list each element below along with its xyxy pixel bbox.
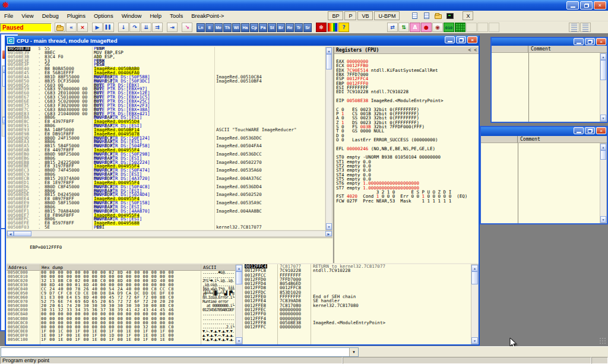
minimize-button[interactable] (574, 127, 584, 134)
help-button[interactable]: ? (338, 23, 349, 32)
stack-row[interactable]: 0012FFD80012FFC8 (243, 286, 471, 290)
stack-row[interactable]: 0012FFC47C817077RETURN to kernel32.7C817… (243, 264, 471, 268)
window-list-button-1[interactable] (569, 23, 580, 32)
stack-row[interactable]: 0012FFCCFFFFFFFF (243, 273, 471, 277)
toolbar-letter-sr[interactable]: Sr (303, 23, 312, 32)
open-folder-button[interactable] (433, 12, 444, 20)
restore-button[interactable] (585, 38, 595, 45)
register-line[interactable]: EBP 0012FFF0 (334, 76, 479, 80)
step-over-button[interactable]: ↷ (129, 23, 140, 32)
combobox-dropdown-button[interactable]: ▼ (349, 348, 358, 356)
scrollbar[interactable]: ▲▼ (600, 53, 607, 122)
disasm-row[interactable]: 00508EFE.E8 8597F8FFCALL ImageRed.004956… (7, 221, 325, 226)
command-input[interactable] (1, 348, 349, 356)
go-to-button[interactable]: ↘ (182, 23, 192, 32)
register-line[interactable]: EDI 7C910228 ntdll.7C910228 (334, 84, 479, 88)
bp-button[interactable]: BP (328, 11, 343, 20)
scroll-down-icon[interactable]: ▼ (326, 223, 332, 230)
left-column-header[interactable] (492, 46, 528, 52)
register-line[interactable]: ST4 empty 0.0 (334, 167, 479, 172)
grid-button[interactable] (455, 23, 466, 32)
register-line[interactable]: ST5 empty 0.0 (334, 172, 479, 176)
scroll-down-icon[interactable]: ▼ (600, 216, 606, 223)
stack-row[interactable]: 0012FFEC00000000 (243, 308, 471, 312)
stack-row[interactable]: 0012FFD07FFD7000 (243, 277, 471, 281)
resize-grip[interactable] (599, 337, 607, 345)
menu-item-options[interactable]: Options (90, 12, 118, 19)
scrollbar[interactable]: ▲▼ (600, 143, 607, 223)
open-file-button[interactable] (55, 23, 65, 32)
toolbar-letter-wi[interactable]: Wi (232, 23, 240, 32)
menu-item-plugins[interactable]: Plugins (63, 12, 90, 19)
toolbar-letter-th[interactable]: Th (223, 23, 232, 32)
registers-pane[interactable]: Registers (FPU) < < EAX 00000000ECX 0012… (333, 47, 479, 263)
disassembly-scrollbar[interactable]: ▲▼ (325, 47, 332, 230)
register-line[interactable]: ST7 empty 1.0000000000000000000 (334, 181, 479, 185)
menu-item-breakpoint[interactable]: BreakPoint-> (187, 12, 228, 19)
restore-button[interactable] (456, 36, 466, 43)
toolbar-letter-br[interactable]: Br (277, 23, 285, 32)
scroll-up-icon[interactable]: ▲ (326, 48, 332, 54)
console-button[interactable] (445, 12, 455, 20)
comment-column-header[interactable]: Comment (518, 136, 540, 143)
close-program-button[interactable]: × (77, 23, 88, 32)
restore-button[interactable] (580, 1, 593, 10)
disasm-row[interactable]: 00508F03.5EPOP ESIkernel32.7C817077 (7, 226, 325, 230)
toolbar-letter-e[interactable]: E (205, 23, 214, 32)
dump-header-address[interactable]: Address (8, 265, 27, 270)
dump-header-ascii[interactable]: ASCII (203, 265, 217, 270)
restore-button[interactable] (585, 127, 595, 134)
scroll-up-icon[interactable]: ▲ (600, 144, 606, 150)
menu-item-window[interactable]: Window (118, 12, 146, 19)
close-button[interactable]: × (596, 38, 606, 45)
stack-pane[interactable]: 0012FFC47C817077RETURN to kernel32.7C817… (243, 264, 471, 344)
command-combobox[interactable]: ▼ (1, 347, 359, 357)
stack-row[interactable]: 0012FFE87C817080kernel32.7C817080 (243, 303, 471, 308)
disasm-address[interactable]: 00508F03 (8, 226, 29, 230)
disasm-row[interactable]: 00508E3B.83C4 F0ADD ESP,-10 (7, 55, 325, 59)
close-button[interactable]: × (594, 1, 606, 10)
dump-row[interactable]: 0050C1001F 00 1E 00 1F 00 1E 00 1F 00 1E… (7, 338, 235, 342)
bits-button[interactable]: 010 (444, 23, 454, 32)
stack-row[interactable]: 0012FFFC00000000 (243, 325, 471, 329)
vb-button[interactable]: VB (357, 11, 373, 20)
cpu-titlebar[interactable]: C CPU - main thread, module ImageRed × (6, 36, 479, 46)
register-line[interactable]: Z 1 DS 0023 32bit 0(FFFFFFFF) (334, 115, 479, 119)
register-line[interactable]: A 0 SS 0023 32bit 0(FFFFFFFF) (334, 110, 479, 115)
registers-nav-arrows[interactable]: < < (468, 48, 477, 53)
animate-into-button[interactable]: ⇊ (141, 23, 151, 32)
scroll-down-icon[interactable]: ▼ (471, 337, 478, 344)
registers-header[interactable]: Registers (FPU) < < (334, 47, 479, 54)
register-line[interactable]: C 0 ES 0023 32bit 0(FFFFFFFF) (334, 102, 479, 106)
restart-button[interactable]: « (66, 23, 77, 32)
close-button[interactable]: × (596, 127, 606, 134)
disassembly-pane[interactable]: 00508E38$55PUSH EBP00508E39.8BECMOV EBP,… (7, 47, 325, 230)
toolbar-letter-re[interactable]: Re (286, 23, 294, 32)
scroll-down-icon[interactable]: ▼ (236, 337, 242, 344)
execute-till-return-button[interactable]: ⇥ (167, 23, 178, 32)
updown-button[interactable]: ⇅ (398, 23, 409, 32)
register-line[interactable]: ECX 0012FFB0 (334, 58, 479, 62)
menu-item-help[interactable]: Help (145, 12, 166, 19)
scroll-left-icon[interactable]: ◀ (7, 231, 14, 236)
copy-page-button[interactable] (409, 12, 420, 20)
comment-window-middle-titlebar[interactable]: × (481, 127, 607, 136)
run-button[interactable]: ▶ (92, 23, 103, 32)
stack-scrollbar[interactable]: ▲▼ (471, 264, 479, 344)
stack-row[interactable]: 0012FFD48054B6ED (243, 281, 471, 286)
close-button[interactable]: × (467, 36, 477, 43)
dump-pane[interactable]: Address Hex dump ASCII 0050C00000 00 00 … (7, 264, 235, 344)
comment-column-header[interactable]: Comment (528, 46, 551, 52)
dump-scrollbar[interactable]: ▲▼ (235, 264, 243, 344)
notes-button[interactable] (421, 12, 432, 20)
register-line[interactable]: EIP 00508E38 ImageRed.<ModuleEntryPoint> (334, 93, 479, 97)
stack-row[interactable]: 0012FFDC853D1020 (243, 290, 471, 295)
register-line[interactable]: EAX 00000000 (334, 54, 479, 58)
register-line[interactable]: EFL 00000246 (NO,NB,E,BE,NS,PE,GE,LE) (334, 141, 479, 145)
register-line[interactable]: S 0 FS 003B 32bit 7FFDF000(FFF) (334, 119, 479, 124)
minimize-button[interactable] (566, 1, 579, 10)
left-column-header[interactable] (481, 136, 518, 143)
swap-button[interactable]: ⇄ (387, 23, 398, 32)
comment-window-top-titlebar[interactable]: × (492, 38, 607, 46)
toolbar-letter-cp[interactable]: Cp (250, 23, 258, 32)
